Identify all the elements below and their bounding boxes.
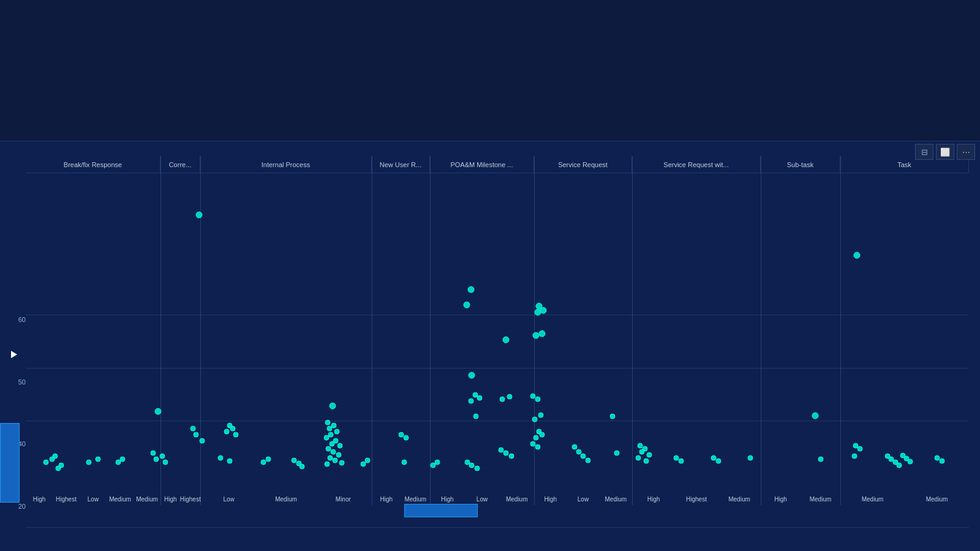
x-label-4-2: Medium (499, 493, 534, 504)
x-label-0-2: Low (80, 493, 107, 504)
x-label-0-1: Highest (53, 493, 80, 504)
x-label-0-0: High (26, 493, 53, 504)
x-label-3-0: High (372, 493, 401, 504)
grid-line-40 (26, 421, 969, 421)
col-header-2: Internal Process (200, 156, 372, 173)
x-axis-labels: HighHighestLowMediumMediumHighHighestLow… (26, 493, 969, 504)
grid-line-50 (26, 368, 969, 369)
x-labels-col-6: HighHighestMedium (632, 493, 761, 504)
col-header-7: Sub-task (761, 156, 840, 173)
x-label-5-2: Medium (600, 493, 632, 504)
x-label-5-1: Low (567, 493, 599, 504)
col-header-4: POA&M Milestone ... (430, 156, 534, 173)
x-labels-col-8: MediumMedium (840, 493, 969, 504)
x-label-4-0: High (430, 493, 465, 504)
mouse-cursor (11, 351, 17, 358)
x-label-8-0: Medium (840, 493, 905, 504)
x-label-3-1: Medium (401, 493, 431, 504)
x-labels-col-2: LowMediumMinor (200, 493, 372, 504)
x-labels-col-0: HighHighestLowMediumMedium (26, 493, 160, 504)
col-header-3: New User R... (372, 156, 430, 173)
chart-toolbar: ⊟ ⬜ ⋯ (915, 144, 975, 160)
grid-lines (26, 315, 969, 551)
x-label-0-4: Medium (134, 493, 160, 504)
grid-line-20 (26, 527, 969, 528)
grid-line-60 (26, 315, 969, 315)
x-label-1-1: Highest (181, 493, 201, 504)
x-labels-col-3: HighMedium (372, 493, 430, 504)
more-button[interactable]: ⋯ (957, 144, 975, 160)
x-axis-title (404, 504, 478, 517)
x-labels-col-4: HighLowMedium (430, 493, 534, 504)
x-labels-col-5: HighLowMedium (534, 493, 632, 504)
x-label-8-1: Medium (905, 493, 969, 504)
y-tick-50: 50 (6, 378, 26, 386)
x-label-2-1: Medium (257, 493, 314, 504)
x-label-7-0: High (761, 493, 801, 504)
expand-button[interactable]: ⬜ (936, 144, 954, 160)
col-header-0: Break/fix Response (26, 156, 160, 173)
x-label-4-1: Low (465, 493, 500, 504)
col-header-1: Corre... (160, 156, 200, 173)
x-labels-col-7: HighMedium (761, 493, 840, 504)
x-label-0-3: Medium (107, 493, 134, 504)
filter-button[interactable]: ⊟ (915, 144, 933, 160)
x-label-6-1: Highest (675, 493, 718, 504)
y-tick-20: 20 (6, 503, 26, 510)
x-label-6-2: Medium (718, 493, 761, 504)
col-header-6: Service Request wit... (632, 156, 761, 173)
x-label-5-0: High (534, 493, 567, 504)
x-label-6-0: High (632, 493, 675, 504)
col-header-5: Service Request (534, 156, 632, 173)
y-tick-60: 60 (6, 316, 26, 323)
x-label-2-0: Low (200, 493, 257, 504)
header-area (0, 0, 980, 141)
x-label-2-2: Minor (315, 493, 372, 504)
x-label-7-1: Medium (801, 493, 840, 504)
x-labels-col-1: HighHighest (160, 493, 200, 504)
chart-container: 60 50 40 20 10 0 (0, 141, 980, 551)
column-headers: Break/fix ResponseCorre...Internal Proce… (26, 156, 969, 173)
x-label-1-0: High (160, 493, 181, 504)
y-axis-label-box[interactable] (0, 423, 20, 503)
